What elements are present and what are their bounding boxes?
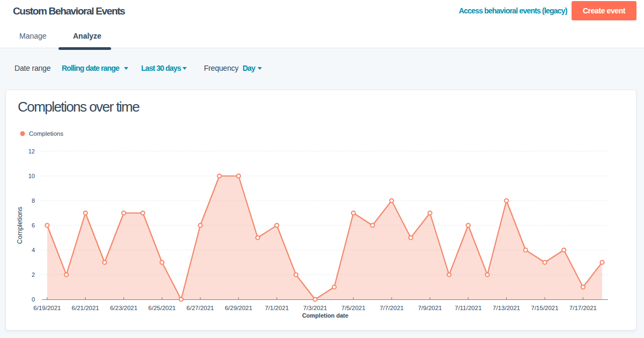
- svg-text:0: 0: [32, 296, 35, 303]
- svg-text:4: 4: [32, 247, 35, 253]
- svg-text:Completions: Completions: [29, 130, 63, 137]
- svg-text:7/15/2021: 7/15/2021: [531, 305, 559, 311]
- svg-text:12: 12: [28, 148, 35, 155]
- svg-text:7/1/2021: 7/1/2021: [265, 305, 289, 311]
- svg-text:6/29/2021: 6/29/2021: [225, 305, 252, 311]
- svg-text:Completions: Completions: [16, 207, 24, 244]
- svg-text:7/17/2021: 7/17/2021: [569, 305, 597, 311]
- svg-text:6/27/2021: 6/27/2021: [187, 305, 214, 311]
- svg-text:6: 6: [32, 222, 35, 229]
- svg-text:6/19/2021: 6/19/2021: [33, 305, 61, 311]
- svg-text:7/7/2021: 7/7/2021: [379, 305, 404, 311]
- svg-text:6/25/2021: 6/25/2021: [148, 305, 175, 311]
- svg-text:6/21/2021: 6/21/2021: [72, 305, 99, 311]
- svg-text:7/11/2021: 7/11/2021: [455, 305, 481, 311]
- svg-text:10: 10: [28, 173, 35, 179]
- svg-text:6/23/2021: 6/23/2021: [110, 305, 137, 311]
- svg-text:Completion date: Completion date: [302, 312, 348, 319]
- svg-text:8: 8: [32, 197, 35, 204]
- svg-text:7/5/2021: 7/5/2021: [341, 305, 365, 311]
- svg-text:7/9/2021: 7/9/2021: [418, 305, 442, 311]
- svg-text:7/3/2021: 7/3/2021: [303, 305, 327, 311]
- svg-text:7/13/2021: 7/13/2021: [493, 305, 520, 311]
- svg-text:2: 2: [32, 271, 35, 278]
